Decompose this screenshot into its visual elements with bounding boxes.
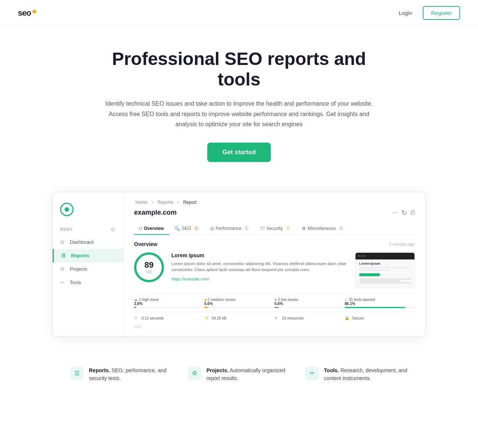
stat-low-issues: ● 2 low issues 5.6%: [274, 298, 345, 308]
stat-high-badge: ▲ 1 high issue: [134, 298, 159, 302]
hero-section: Professional SEO reports and tools Ident…: [71, 26, 407, 177]
lock-icon: 🔒: [345, 316, 350, 321]
tab-security[interactable]: 🛡 Security 1: [255, 223, 297, 235]
logo: seo: [18, 8, 36, 18]
stat-passed-badge: ✓ 31 tests passed: [345, 298, 375, 302]
performance-badge: 1: [243, 226, 250, 231]
preview-btn: [359, 273, 380, 276]
feature-tools-text: Tools. Research, development, and conten…: [324, 367, 408, 382]
score-number: 89: [145, 260, 153, 270]
projects-icon: ⚙: [60, 266, 66, 272]
seo-badge: 1: [193, 226, 200, 231]
score-circle: 89 100: [134, 252, 164, 282]
preview-dot-3: [364, 255, 366, 257]
stat-high-icon: ▲: [134, 298, 138, 302]
stat-progress-fill-low: [274, 307, 279, 308]
stat-passed-icon: ✓: [345, 298, 348, 302]
overview-header: Overview 7 minutes ago: [134, 241, 415, 247]
misc-badge: 1: [338, 226, 345, 231]
tabs-bar: □ Overview 🔍 SEO 1 ◎ Performance 1 🛡 Sec…: [134, 223, 415, 235]
stat-high-issues: ▲ 1 high issue 2.8%: [134, 298, 204, 308]
sidebar-item-dashboard[interactable]: ⊞ Dashboard: [53, 236, 123, 249]
more-options-button[interactable]: ···: [392, 209, 398, 217]
page-title-row: example.com ··· ↻ ⎙: [134, 209, 415, 217]
sidebar-item-projects[interactable]: ⚙ Projects: [53, 262, 123, 276]
stat-progress-low: [274, 307, 345, 308]
stat-progress-fill-passed: [345, 307, 405, 308]
stat-medium-issues: ■ 2 medium issues 5.6%: [204, 298, 274, 308]
tab-miscellaneous[interactable]: ⚙ Miscellaneous 1: [297, 223, 350, 235]
reports-icon: ☰: [61, 253, 67, 259]
sidebar-logo-circle: [60, 203, 74, 216]
clock-icon: ⏱: [134, 316, 139, 321]
stat-progress-fill-high: [134, 307, 136, 308]
size-icon: ⚡: [204, 316, 209, 321]
logo-text: seo: [18, 8, 31, 18]
features-section: ☰ Reports. SEO, performance, and securit…: [52, 359, 426, 405]
sidebar-item-tools[interactable]: ✂ Tools: [53, 276, 123, 289]
tools-icon: ✂: [60, 280, 66, 286]
feature-tools: ✂ Tools. Research, development, and cont…: [305, 367, 408, 382]
dashboard-icon: ⊞: [60, 239, 66, 245]
stat-low-badge: ● 2 low issues: [274, 298, 298, 302]
stat-tests-passed: ✓ 31 tests passed 86.1%: [345, 298, 415, 308]
print-button[interactable]: ⎙: [411, 209, 415, 217]
logo-dot: [32, 10, 36, 13]
register-button[interactable]: Register: [423, 6, 460, 20]
hero-description: Identify technical SEO issues and take a…: [97, 99, 381, 129]
overview-card-title: Lorem Ipsum: [171, 252, 348, 258]
page-actions: ··· ↻ ⎙: [392, 209, 415, 217]
security-badge: 1: [285, 226, 291, 231]
metric-size: ⚡ 54.26 kB: [204, 316, 274, 321]
metric-secure: 🔒 Secure: [345, 316, 415, 321]
feature-reports-icon: ☰: [70, 367, 84, 380]
metric-resources: ⚙ 15 resources: [274, 316, 345, 321]
screenshot-inner: MENU ⚙ ⊞ Dashboard ☰ Reports ⚙ Projects …: [53, 192, 425, 336]
stat-progress-medium: [204, 307, 274, 308]
tab-performance[interactable]: ◎ Performance 1: [205, 223, 255, 235]
stat-progress-high: [134, 307, 204, 308]
main-content: Home › Reports › Report example.com ··· …: [124, 192, 425, 336]
preview-line2-1: [359, 279, 411, 280]
sidebar-menu-label: MENU ⚙: [53, 224, 123, 236]
overview-info: Lorem Ipsum Lorem ipsum dolor sit amet, …: [171, 252, 348, 282]
stat-progress-passed: [345, 307, 415, 308]
feature-reports: ☰ Reports. SEO, performance, and securit…: [70, 367, 173, 382]
overview-time: 7 minutes ago: [389, 242, 415, 246]
get-started-button[interactable]: Get started: [207, 143, 271, 162]
sidebar-settings-icon[interactable]: ⚙: [111, 227, 116, 233]
preview-title: Lorem Ipsum: [359, 262, 411, 265]
header-nav: Login Register: [394, 6, 460, 20]
stat-medium-badge: ■ 2 medium issues: [204, 298, 236, 302]
resources-icon: ⚙: [274, 316, 280, 321]
preview-line2-2: [359, 280, 400, 281]
preview-line2-3: [359, 282, 411, 283]
overview-card: 89 100 Lorem Ipsum Lorem ipsum dolor sit…: [134, 252, 415, 288]
header: seo Login Register: [0, 0, 478, 26]
sidebar-logo-inner: [65, 207, 69, 212]
preview-dot-2: [361, 255, 363, 257]
overview-card-url[interactable]: https://example.com/: [171, 277, 209, 281]
preview-header: [356, 253, 415, 259]
feature-projects-icon: ⚙: [188, 367, 201, 380]
overview-title: Overview: [134, 241, 157, 247]
metric-seconds: ⏱ 0.11 seconds: [134, 316, 204, 321]
score-circle-wrap: 89 100: [134, 252, 164, 282]
seo-footer: SEO: [134, 321, 415, 329]
refresh-button[interactable]: ↻: [401, 209, 407, 217]
score-total: 100: [146, 270, 152, 274]
stat-low-icon: ●: [274, 298, 277, 302]
tab-seo[interactable]: 🔍 SEO 1: [169, 223, 205, 235]
sidebar-item-reports[interactable]: ☰ Reports: [53, 249, 123, 262]
preview-line-1: [359, 267, 411, 268]
login-button[interactable]: Login: [394, 7, 417, 19]
stats-row: ▲ 1 high issue 2.8% ■ 2 medium issues 5.…: [134, 293, 415, 308]
hero-title: Professional SEO reports and tools: [89, 49, 389, 90]
tab-overview[interactable]: □ Overview: [134, 223, 169, 235]
breadcrumb: Home › Reports › Report: [134, 200, 415, 205]
feature-projects-text: Projects. Automatically organized report…: [207, 367, 291, 382]
overview-preview: Lorem Ipsum: [355, 252, 415, 288]
sidebar: MENU ⚙ ⊞ Dashboard ☰ Reports ⚙ Projects …: [53, 192, 124, 336]
preview-dot-1: [358, 255, 360, 257]
page-title: example.com: [134, 209, 177, 217]
